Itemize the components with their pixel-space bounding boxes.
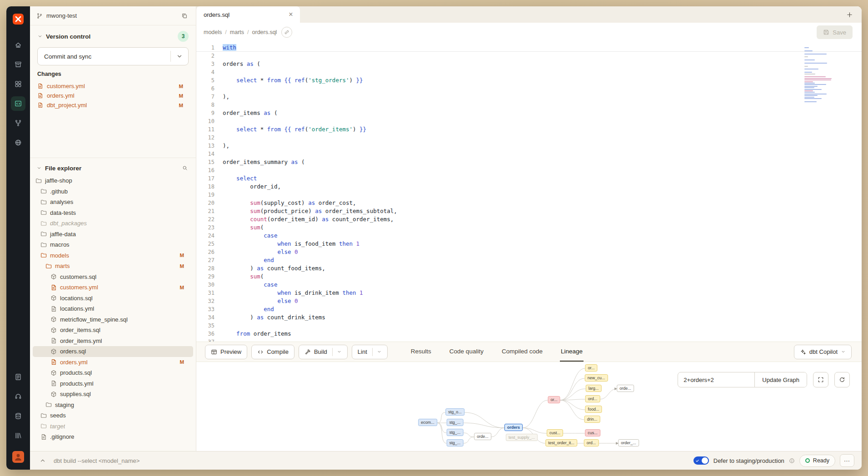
tree-item-customers-yml[interactable]: customers.ymlM (33, 282, 193, 293)
tree-item-order-items-yml[interactable]: order_items.yml (33, 336, 193, 347)
expand-command-bar-button[interactable] (37, 455, 48, 466)
new-tab-button[interactable] (843, 9, 855, 20)
tree-item-metricflow-time-spine-sql[interactable]: metricflow_time_spine.sql (33, 314, 193, 325)
tree-item-locations-yml[interactable]: locations.yml (33, 303, 193, 314)
compile-button[interactable]: Compile (251, 345, 294, 359)
lineage-node-drin[interactable]: drin... (584, 416, 600, 423)
line-number: 27 (196, 256, 223, 264)
copy-path-button[interactable] (281, 27, 292, 38)
close-tab-button[interactable]: × (286, 10, 295, 19)
lineage-node-stg[interactable]: stg_... (447, 439, 464, 446)
preview-button[interactable]: Preview (205, 345, 247, 359)
lineage-node-ord[interactable]: ord... (584, 439, 599, 446)
rail-archive-button[interactable] (11, 57, 25, 72)
rail-books-button[interactable] (11, 428, 25, 443)
version-control-header[interactable]: Version control 3 (37, 29, 189, 44)
rail-git-fork-button[interactable] (11, 116, 25, 130)
lineage-node-test-order-it[interactable]: test_order_it... (545, 439, 577, 446)
line-number: 13 (196, 142, 223, 150)
tree-item-dbt-packages[interactable]: dbt_packages (33, 218, 193, 229)
tree-item-products-sql[interactable]: products.sql (33, 367, 193, 378)
tree-item-analyses[interactable]: analyses (33, 197, 193, 208)
rail-grid-button[interactable] (11, 77, 25, 91)
lineage-node-cust[interactable]: cust... (547, 429, 563, 436)
tree-item-marts[interactable]: martsM (33, 261, 193, 272)
branch-name: mwong-test (46, 12, 77, 19)
lineage-node-orde[interactable]: orde... (617, 385, 634, 392)
tree-item-order-items-sql[interactable]: order_items.sql (33, 325, 193, 336)
tree-item-products-yml[interactable]: products.yml (33, 378, 193, 389)
lint-button[interactable]: Lint (352, 345, 388, 359)
lineage-node-orde[interactable]: orde... (474, 433, 491, 440)
rail-home-button[interactable] (11, 38, 25, 52)
more-options-button[interactable]: … (840, 454, 854, 467)
lineage-node-ord[interactable]: ord... (585, 395, 600, 402)
tree-item-gitignore[interactable]: .gitignore (33, 431, 193, 442)
lineage-node-stg-o[interactable]: stg_o... (445, 408, 464, 416)
breadcrumb-item[interactable]: marts (230, 29, 244, 35)
refresh-graph-button[interactable] (834, 372, 850, 387)
lineage-node-food[interactable]: food... (585, 406, 602, 413)
build-button[interactable]: Build (299, 345, 348, 359)
breadcrumb-item[interactable]: orders.sql (252, 29, 277, 35)
lineage-node-stg[interactable]: stg_... (447, 419, 464, 426)
commit-and-sync-button[interactable]: Commit and sync (37, 47, 189, 65)
rail-dbt-logo-button[interactable] (11, 12, 25, 26)
changed-file-customers-yml[interactable]: customers.ymlM (37, 81, 189, 91)
lineage-node-stg[interactable]: stg_... (447, 429, 464, 436)
minimap[interactable] (804, 47, 837, 104)
panel-tab-compiled-code[interactable]: Compiled code (501, 342, 544, 362)
tree-item-jaffle-data[interactable]: jaffle-data (33, 229, 193, 240)
tree-item-github[interactable]: .github (33, 186, 193, 197)
lineage-node-order[interactable]: order_... (618, 439, 639, 446)
code-editor[interactable]: 1with23orders as (45 select * from {{ re… (196, 42, 862, 342)
tree-item-seeds[interactable]: seeds (33, 410, 193, 421)
tree-item-orders-yml[interactable]: orders.ymlM (33, 357, 193, 368)
tree-item-data-tests[interactable]: data-tests (33, 208, 193, 218)
panel-tab-results[interactable]: Results (410, 342, 432, 362)
defer-toggle[interactable] (693, 456, 709, 465)
lineage-panel[interactable]: ecom...stg_o...stg_...stg_...stg_...orde… (196, 362, 862, 451)
panel-tab-code-quality[interactable]: Code quality (449, 342, 484, 362)
search-files-button[interactable] (180, 164, 190, 173)
lineage-node-or[interactable]: or... (585, 364, 597, 372)
tree-item-orders-sql[interactable]: orders.sql (33, 346, 193, 357)
tree-item-target[interactable]: target (33, 421, 193, 432)
tree-item-models[interactable]: modelsM (33, 250, 193, 261)
fullscreen-button[interactable] (813, 372, 828, 387)
command-input[interactable]: dbt build --select <model_name> (54, 457, 140, 464)
lineage-node-test-supply[interactable]: test_supply_... (506, 434, 538, 441)
tree-item-macros[interactable]: macros (33, 239, 193, 250)
panel-tab-lineage[interactable]: Lineage (560, 342, 584, 362)
save-button[interactable]: Save (817, 25, 853, 39)
info-icon[interactable] (789, 458, 795, 464)
rail-database-button[interactable] (11, 409, 25, 423)
tree-item-locations-sql[interactable]: locations.sql (33, 293, 193, 304)
breadcrumb-item[interactable]: models (204, 29, 222, 35)
rail-tasks-button[interactable] (11, 370, 25, 384)
lineage-selector-input[interactable] (678, 372, 754, 387)
lineage-node-cus[interactable]: cus... (585, 429, 600, 436)
rail-headset-button[interactable] (11, 389, 25, 404)
copy-branch-button[interactable] (180, 11, 190, 21)
tree-item-staging[interactable]: staging (33, 400, 193, 411)
rail-globe-button[interactable] (11, 135, 25, 150)
rail-code-editor-button[interactable] (11, 96, 25, 111)
tree-item-jaffle-shop[interactable]: jaffle-shop (33, 175, 193, 186)
rail-avatar-button[interactable] (11, 450, 25, 464)
tree-item-customers-sql[interactable]: customers.sql (33, 272, 193, 283)
changed-file-dbt-project-yml[interactable]: dbt_project.ymlM (37, 100, 189, 110)
lineage-node-ecom[interactable]: ecom... (418, 419, 437, 426)
lineage-node-new-cu[interactable]: new_cu... (585, 374, 608, 382)
file-explorer-header[interactable]: File explorer (33, 161, 193, 175)
modified-badge: M (179, 84, 189, 89)
code-editor-icon (15, 100, 22, 107)
changed-file-orders-yml[interactable]: orders.ymlM (37, 91, 189, 100)
lineage-node-orders[interactable]: orders (504, 424, 523, 431)
update-graph-button[interactable]: Update Graph (754, 372, 807, 387)
tree-item-supplies-sql[interactable]: supplies.sql (33, 389, 193, 400)
dbt-copilot-button[interactable]: dbt Copilot (794, 345, 852, 359)
lineage-node-larg[interactable]: larg... (586, 385, 602, 392)
lineage-node-or[interactable]: or... (548, 396, 560, 403)
tab-orders-sql[interactable]: orders.sql × (196, 6, 300, 23)
